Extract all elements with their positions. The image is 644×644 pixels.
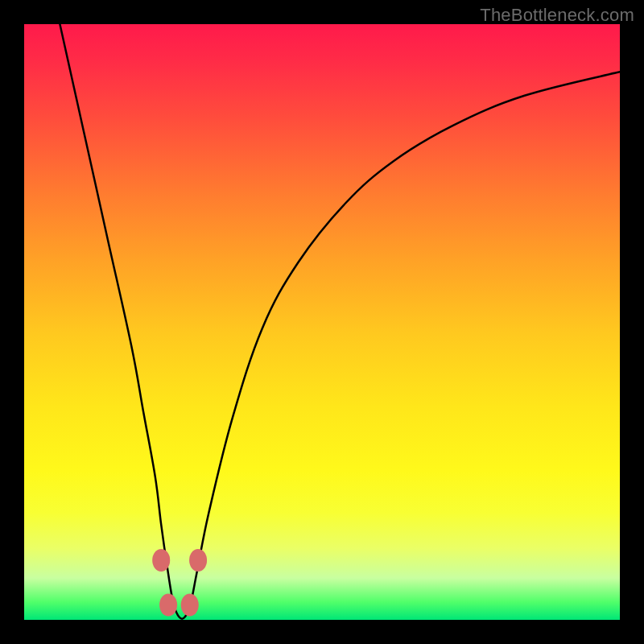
watermark-label: TheBottleneck.com (480, 5, 634, 26)
bottleneck-curve (60, 24, 620, 619)
curve-markers (152, 549, 207, 617)
curve-marker (189, 549, 207, 572)
chart-plot-area (24, 24, 620, 620)
curve-marker (181, 594, 199, 617)
bottleneck-chart (24, 24, 620, 620)
curve-marker (159, 594, 177, 617)
curve-marker (152, 549, 170, 572)
